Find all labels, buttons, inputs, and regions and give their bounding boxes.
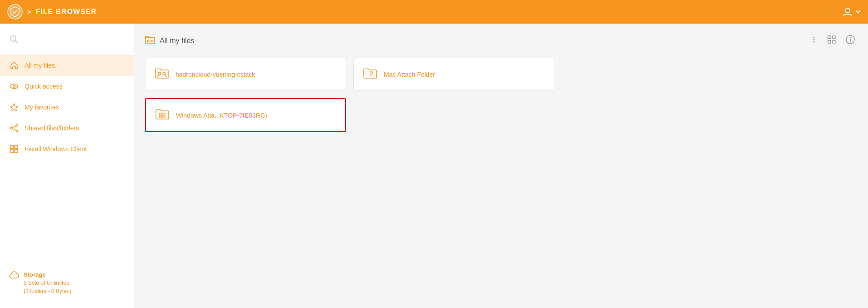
svg-point-32 (163, 72, 166, 75)
logo-icon (7, 4, 23, 20)
main-header: All my files (145, 33, 857, 49)
header-title: FILE BROWSER (35, 8, 97, 16)
sidebar-item-label: Quick access (25, 83, 62, 90)
search-icon[interactable] (9, 35, 18, 44)
folder-card-mac-attach[interactable]: Mac Attach Folder (353, 58, 554, 91)
sidebar-item-label: Shared files/folders (25, 124, 79, 132)
svg-point-21 (813, 37, 815, 38)
sidebar-search-area[interactable] (0, 31, 134, 51)
header-chevron: > (27, 8, 31, 15)
folder-card-hadroncloud[interactable]: hadroncloud-yuening-cstack (145, 58, 346, 91)
header-left: > FILE BROWSER (7, 4, 97, 20)
svg-point-23 (813, 41, 815, 43)
files-breadcrumb-icon (145, 35, 155, 46)
eye-icon (9, 81, 19, 91)
svg-point-22 (813, 39, 815, 40)
svg-point-4 (10, 84, 18, 89)
sidebar-item-install-windows[interactable]: Install Windows Client (0, 139, 134, 159)
svg-point-31 (158, 72, 161, 75)
star-icon (9, 102, 19, 112)
svg-line-3 (15, 41, 18, 43)
user-menu-button[interactable] (842, 6, 861, 18)
svg-rect-34 (160, 113, 162, 115)
app-layout: All my files Quick access (0, 24, 868, 308)
folder-grid: hadroncloud-yuening-cstack Mac Attach Fo… (145, 58, 554, 132)
storage-section: Storage 0 Byte of Unlimited (3 folders -… (0, 265, 134, 301)
sidebar-item-label: My favorites (25, 104, 59, 111)
user-icon (842, 6, 853, 18)
sidebar-divider (9, 261, 125, 261)
app-header: > FILE BROWSER (0, 0, 868, 24)
svg-rect-37 (163, 116, 165, 118)
team-folder-icon (155, 66, 169, 82)
sidebar-item-label: Install Windows Client (25, 145, 87, 153)
svg-point-5 (13, 85, 15, 88)
header-right[interactable] (842, 6, 861, 18)
svg-point-30 (850, 37, 851, 38)
svg-rect-14 (15, 149, 18, 153)
cloud-icon (9, 271, 19, 282)
svg-point-1 (845, 8, 850, 13)
share-icon (9, 123, 19, 133)
grid-view-button[interactable] (825, 33, 838, 48)
svg-line-9 (12, 126, 16, 128)
more-options-button[interactable] (808, 34, 820, 48)
svg-rect-35 (163, 113, 165, 115)
breadcrumb: All my files (145, 35, 194, 46)
storage-label: Storage (24, 270, 71, 279)
toolbar-actions (808, 33, 857, 49)
sidebar: All my files Quick access (0, 24, 134, 308)
sidebar-item-shared-files[interactable]: Shared files/folders (0, 118, 134, 139)
folder-card-windows-attach[interactable]: Windows Atta...KTOP-7IE03RC) (145, 98, 346, 132)
folder-name: hadroncloud-yuening-cstack (176, 71, 255, 78)
folder-name: Windows Atta...KTOP-7IE03RC) (176, 112, 267, 119)
sidebar-item-label: All my files (25, 62, 55, 69)
info-button[interactable] (843, 33, 857, 49)
storage-line1: 0 Byte of Unlimited (24, 279, 71, 287)
home-icon (9, 60, 19, 70)
svg-point-7 (10, 127, 12, 129)
breadcrumb-label: All my files (160, 37, 194, 45)
svg-line-10 (12, 129, 16, 130)
svg-rect-25 (833, 36, 835, 39)
svg-rect-24 (828, 36, 831, 39)
sidebar-item-my-favorites[interactable]: My favorites (0, 97, 134, 118)
storage-line2: (3 folders - 0 Bytes) (24, 287, 71, 295)
svg-rect-27 (833, 40, 835, 43)
svg-point-33 (370, 75, 371, 76)
mac-folder-icon (363, 66, 377, 82)
windows-icon (9, 144, 19, 154)
svg-rect-13 (10, 149, 14, 153)
svg-rect-11 (10, 145, 14, 149)
sidebar-item-all-my-files[interactable]: All my files (0, 55, 134, 76)
folder-name: Mac Attach Folder (384, 71, 435, 78)
svg-rect-36 (160, 116, 162, 118)
svg-point-6 (16, 124, 18, 126)
svg-point-8 (16, 130, 18, 132)
svg-rect-12 (15, 145, 18, 149)
sidebar-item-quick-access[interactable]: Quick access (0, 76, 134, 97)
chevron-down-icon (855, 9, 861, 15)
windows-folder-icon (155, 107, 170, 123)
svg-rect-26 (828, 40, 831, 43)
main-content: All my files (134, 24, 868, 308)
sidebar-nav: All my files Quick access (0, 55, 134, 257)
